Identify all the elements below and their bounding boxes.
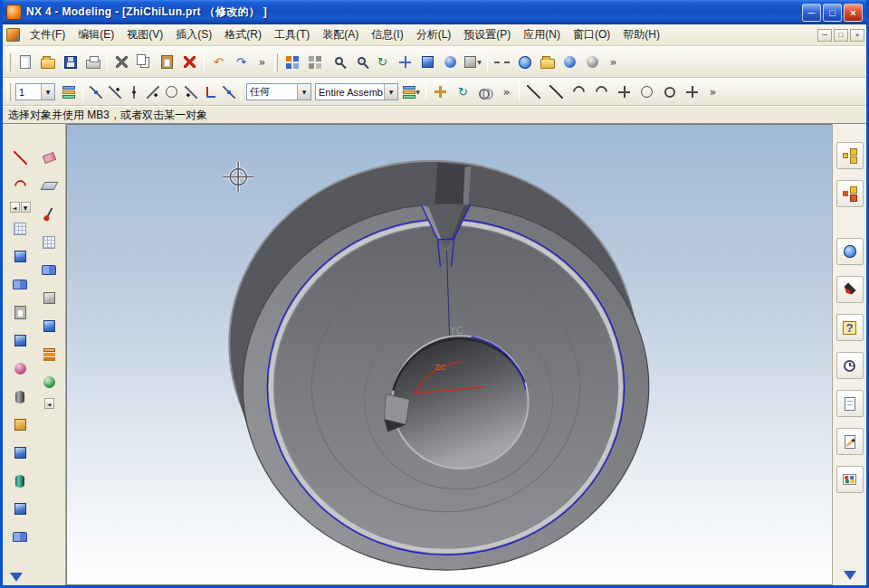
layer-combo[interactable]: 1 ▼ <box>15 83 55 100</box>
green-sphere-button[interactable] <box>37 368 62 396</box>
wireframe-button[interactable] <box>439 51 462 73</box>
information-button[interactable] <box>513 51 536 73</box>
toolbar-grip[interactable] <box>7 83 11 101</box>
scroll-down-icon[interactable] <box>844 571 856 580</box>
menu-preferences[interactable]: 预设置(P) <box>457 24 517 45</box>
circle-tool-2-button[interactable] <box>658 81 681 103</box>
fit-view-button[interactable] <box>281 51 303 73</box>
shaded-block-button[interactable] <box>37 312 62 340</box>
pan-button[interactable] <box>394 51 416 73</box>
open-button[interactable] <box>36 51 59 73</box>
sketch-grid-button[interactable] <box>37 228 62 256</box>
curve-line-button[interactable] <box>8 144 33 172</box>
maximize-button[interactable]: □ <box>823 4 842 22</box>
viewport-canvas[interactable]: ZC YC <box>67 125 832 584</box>
selection-scope-combo[interactable]: Entire Assemb ▼ <box>315 83 398 100</box>
pad-button[interactable] <box>8 467 33 495</box>
block2-button[interactable] <box>8 495 33 523</box>
child-close-button[interactable]: × <box>850 29 864 42</box>
cube-button[interactable] <box>8 327 33 355</box>
existing-point-button[interactable] <box>219 82 238 101</box>
rotate-object-button[interactable]: ↻ <box>452 81 474 103</box>
minimize-button[interactable]: ─ <box>802 4 821 22</box>
clipboard-button[interactable] <box>8 299 33 327</box>
pages-button[interactable] <box>8 523 33 551</box>
chevron-down-icon[interactable]: ▼ <box>297 84 310 100</box>
menu-window[interactable]: 窗口(O) <box>567 24 616 45</box>
spheres-button[interactable] <box>559 51 581 73</box>
menu-format[interactable]: 格式(R) <box>218 24 268 45</box>
toolbar-grip[interactable] <box>7 53 11 71</box>
end-point-button[interactable] <box>105 82 124 101</box>
redo-button[interactable]: ↷ <box>230 51 253 73</box>
datum-axis-button[interactable] <box>37 200 62 228</box>
mid-point-button[interactable] <box>124 82 143 101</box>
arc-tool-button[interactable] <box>568 81 590 103</box>
shaded-button[interactable] <box>416 51 439 73</box>
arc-tool-2-button[interactable] <box>590 81 613 103</box>
menu-information[interactable]: 信息(I) <box>365 24 409 45</box>
paste-button[interactable] <box>156 51 178 73</box>
gray-block-button[interactable] <box>37 284 62 312</box>
menu-analysis[interactable]: 分析(L) <box>410 24 458 45</box>
plus-tool-button[interactable] <box>681 81 703 103</box>
block-button[interactable] <box>8 242 33 270</box>
part-navigator-button[interactable] <box>836 180 864 207</box>
point-tool-button[interactable] <box>613 81 635 103</box>
menu-help[interactable]: 帮助(H) <box>616 24 666 45</box>
web-browser-button[interactable] <box>836 238 864 265</box>
undo-button[interactable]: ↶ <box>207 51 230 73</box>
child-minimize-button[interactable]: ─ <box>817 29 832 42</box>
collapse-left-button[interactable]: ◄ <box>44 398 54 409</box>
gear-blank-part[interactable]: ZC YC <box>229 161 649 570</box>
update-display-button[interactable] <box>303 51 326 73</box>
zoom-button[interactable] <box>349 51 371 73</box>
toolbar-grip[interactable] <box>274 53 278 71</box>
copy-button[interactable] <box>133 51 156 73</box>
menu-assemblies[interactable]: 装配(A) <box>316 24 365 45</box>
save-button[interactable] <box>59 51 81 73</box>
pocket-button[interactable] <box>8 439 33 467</box>
highlight-button[interactable]: ▼ <box>400 81 423 103</box>
cut-button[interactable] <box>110 51 133 73</box>
help-button[interactable]: ? <box>836 314 864 341</box>
datum-plane-button[interactable] <box>37 172 62 200</box>
layer-settings-button[interactable] <box>57 81 80 103</box>
origin-axes-button[interactable] <box>200 82 219 101</box>
notebook-button[interactable] <box>836 390 864 417</box>
close-button[interactable]: × <box>844 4 863 22</box>
chevron-down-icon[interactable]: ▼ <box>384 84 397 100</box>
graphics-viewport[interactable]: ZC YC <box>66 124 832 585</box>
material-button[interactable] <box>581 51 604 73</box>
quadrant-point-button[interactable] <box>181 82 200 101</box>
palette-button[interactable] <box>836 466 864 493</box>
assembly-navigator-button[interactable] <box>836 142 864 169</box>
book-button[interactable] <box>8 270 33 299</box>
snapshot-button[interactable] <box>536 51 559 73</box>
snap-enable-button[interactable] <box>86 82 105 101</box>
keyway[interactable] <box>384 394 409 425</box>
type-filter-combo[interactable]: 任何 ▼ <box>246 83 311 100</box>
open-book-button[interactable] <box>37 256 62 284</box>
history-button[interactable] <box>836 352 864 379</box>
arc-center-button[interactable] <box>162 82 181 101</box>
line-tool-button[interactable] <box>522 81 545 103</box>
eraser-button[interactable] <box>37 144 62 172</box>
menu-insert[interactable]: 插入(S) <box>169 24 218 45</box>
cylinder-button[interactable] <box>8 383 33 411</box>
selection-overflow-button[interactable]: » <box>497 82 516 101</box>
link-button[interactable] <box>474 81 497 103</box>
menu-tools[interactable]: 工具(T) <box>268 24 316 45</box>
boss-button[interactable] <box>8 411 33 439</box>
orange-stack-button[interactable] <box>37 340 62 368</box>
chevron-down-icon[interactable]: ▼ <box>41 84 54 100</box>
child-restore-button[interactable]: □ <box>834 29 848 42</box>
menu-file[interactable]: 文件(F) <box>24 24 72 45</box>
new-button[interactable] <box>14 51 36 73</box>
more-tools-button[interactable]: ▼ <box>21 202 31 213</box>
rotate-view-button[interactable]: ↻ <box>371 51 394 73</box>
collapse-left-button[interactable]: ◄ <box>10 202 20 213</box>
standard-overflow-button[interactable]: » <box>253 52 272 71</box>
view-overflow-button[interactable]: » <box>604 52 623 71</box>
menu-view[interactable]: 视图(V) <box>120 24 169 45</box>
